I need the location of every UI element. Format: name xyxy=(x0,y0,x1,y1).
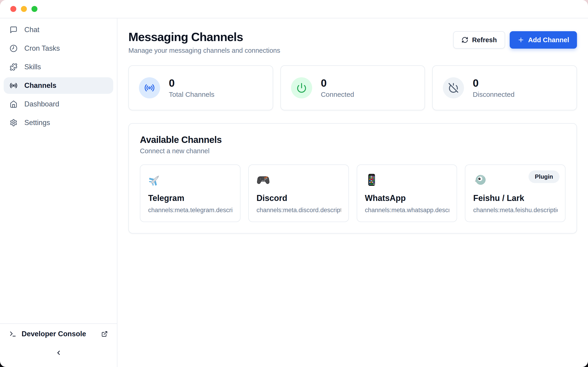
channel-name: Feishu / Lark xyxy=(473,193,558,203)
stat-value: 0 xyxy=(169,77,214,89)
stat-value: 0 xyxy=(321,77,354,89)
broadcast-icon xyxy=(10,82,17,90)
channel-description: channels:meta.whatsapp.description xyxy=(365,207,450,214)
sidebar-collapse-button[interactable] xyxy=(52,346,65,360)
stat-badge xyxy=(291,77,312,98)
stat-card-total-channels: 0 Total Channels xyxy=(128,65,273,110)
sidebar-item-label: Dashboard xyxy=(24,100,59,108)
channel-description: channels:meta.feishu.description xyxy=(473,207,558,214)
plugin-badge: Plugin xyxy=(528,170,560,183)
channel-name: Discord xyxy=(257,193,341,203)
refresh-button[interactable]: Refresh xyxy=(453,31,505,49)
chat-icon xyxy=(10,26,17,34)
puzzle-icon xyxy=(10,63,17,71)
airplane-emoji xyxy=(148,173,162,186)
gamepad-emoji xyxy=(257,173,270,186)
channel-card-feishu[interactable]: Plugin Feishu / Lark xyxy=(465,165,565,222)
sidebar-item-settings[interactable]: Settings xyxy=(4,115,113,131)
developer-console-label: Developer Console xyxy=(22,330,96,338)
stat-label: Connected xyxy=(321,91,354,98)
sidebar-item-label: Cron Tasks xyxy=(24,44,60,52)
power-off-icon xyxy=(448,83,459,93)
stat-badge xyxy=(139,77,160,98)
smartphone-emoji xyxy=(365,173,378,186)
refresh-icon xyxy=(461,36,468,43)
page-title: Messaging Channels xyxy=(128,30,280,44)
add-channel-button[interactable]: Add Channel xyxy=(510,31,577,49)
titlebar xyxy=(0,0,588,18)
home-icon xyxy=(10,100,17,108)
sidebar-item-label: Chat xyxy=(24,26,39,34)
page-subtitle: Manage your messaging channels and conne… xyxy=(128,47,280,54)
channel-grid: Telegram channels:meta.telegram.descript… xyxy=(140,165,565,222)
available-channels-section: Available Channels Connect a new channel xyxy=(128,123,577,234)
sidebar-item-dashboard[interactable]: Dashboard xyxy=(4,96,113,112)
sidebar-item-label: Settings xyxy=(24,119,50,127)
chevron-left-icon xyxy=(55,349,62,356)
sidebar-item-chat[interactable]: Chat xyxy=(4,22,113,38)
sidebar: Chat Cron Tasks Skills Channels Dashboar… xyxy=(0,18,117,367)
refresh-button-label: Refresh xyxy=(472,36,497,44)
bird-emoji xyxy=(473,173,486,186)
stat-label: Total Channels xyxy=(169,91,214,98)
stat-value: 0 xyxy=(473,77,515,89)
page-header: Messaging Channels Manage your messaging… xyxy=(128,30,577,54)
sidebar-footer: Developer Console xyxy=(0,323,117,367)
minimize-button[interactable] xyxy=(21,6,27,12)
channel-card-whatsapp[interactable]: WhatsApp channels:meta.whatsapp.descript… xyxy=(357,165,457,222)
stat-label: Disconnected xyxy=(473,91,515,98)
sidebar-item-label: Skills xyxy=(24,63,41,71)
external-link-icon xyxy=(101,331,108,337)
developer-console-link[interactable]: Developer Console xyxy=(9,330,108,338)
gear-icon xyxy=(10,119,17,127)
available-channels-subtitle: Connect a new channel xyxy=(140,147,565,155)
add-channel-button-label: Add Channel xyxy=(528,36,569,44)
clock-icon xyxy=(10,44,17,52)
available-channels-title: Available Channels xyxy=(140,135,565,145)
channel-card-discord[interactable]: Discord channels:meta.discord.descriptio… xyxy=(248,165,349,222)
channel-description: channels:meta.discord.description xyxy=(257,207,341,214)
channel-name: Telegram xyxy=(148,193,233,203)
sidebar-item-channels[interactable]: Channels xyxy=(4,77,113,94)
terminal-icon xyxy=(9,330,17,338)
channel-description: channels:meta.telegram.description xyxy=(148,207,233,214)
sidebar-item-skills[interactable]: Skills xyxy=(4,59,113,75)
zoom-button[interactable] xyxy=(32,6,37,12)
stat-badge xyxy=(443,77,464,98)
sidebar-item-label: Channels xyxy=(24,81,57,90)
channel-name: WhatsApp xyxy=(365,193,450,203)
stat-card-disconnected: 0 Disconnected xyxy=(432,65,577,110)
main-content: Messaging Channels Manage your messaging… xyxy=(117,18,588,367)
sidebar-item-cron-tasks[interactable]: Cron Tasks xyxy=(4,40,113,57)
traffic-lights xyxy=(10,6,37,12)
power-icon xyxy=(296,83,307,93)
plus-icon xyxy=(518,36,524,43)
stat-card-connected: 0 Connected xyxy=(280,65,425,110)
broadcast-icon xyxy=(144,83,155,93)
close-button[interactable] xyxy=(10,6,16,12)
app-window: Chat Cron Tasks Skills Channels Dashboar… xyxy=(0,0,588,367)
channel-card-telegram[interactable]: Telegram channels:meta.telegram.descript… xyxy=(140,165,241,222)
stats-row: 0 Total Channels 0 Connected xyxy=(128,65,577,110)
